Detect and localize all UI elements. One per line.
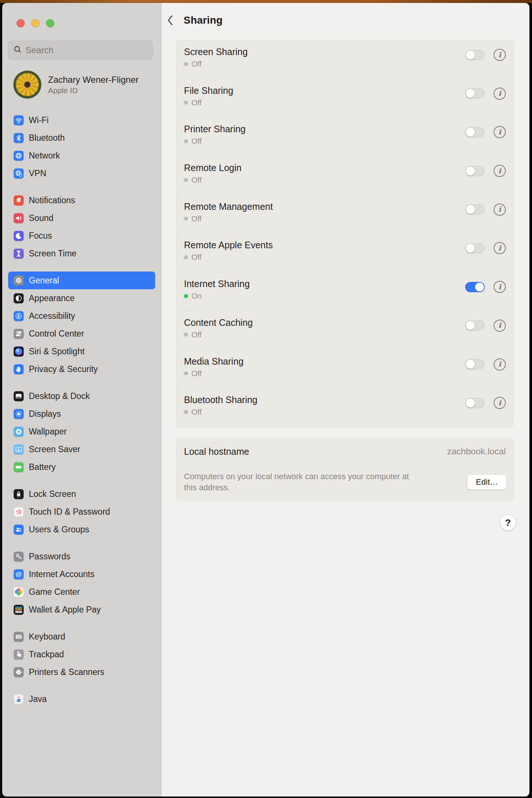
profile-subtitle: Apple ID (48, 85, 139, 95)
sidebar-item-appearance[interactable]: Appearance (8, 289, 155, 307)
info-button-remote-management[interactable]: i (494, 204, 506, 216)
status-dot (184, 216, 188, 221)
sidebar-item-users-groups[interactable]: Users & Groups (8, 521, 155, 538)
status-label: On (191, 291, 202, 300)
globe-icon (14, 151, 24, 161)
sidebar-item-control-center[interactable]: Control Center (8, 325, 155, 342)
sidebar-item-wallet-apple-pay[interactable]: Wallet & Apple Pay (8, 601, 155, 618)
info-button-content-caching[interactable]: i (494, 320, 506, 332)
toggle-file-sharing[interactable] (465, 88, 485, 99)
users-icon (14, 525, 24, 535)
toggle-knob (466, 89, 475, 98)
sharing-row-internet-sharing: Internet SharingOni (177, 272, 513, 311)
minimize-button[interactable] (31, 19, 40, 27)
toggle-remote-management[interactable] (465, 204, 485, 215)
trackpad-icon (14, 649, 24, 659)
search-bar[interactable] (8, 41, 153, 60)
sidebar-item-network[interactable]: Network (8, 147, 155, 164)
toggle-knob (466, 205, 475, 214)
sidebar-item-printers-scanners[interactable]: Printers & Scanners (8, 663, 155, 681)
profile-row[interactable]: Zachary Wener-Fligner Apple ID (13, 70, 155, 99)
close-button[interactable] (17, 19, 25, 27)
toggle-media-sharing[interactable] (465, 359, 485, 369)
sidebar-item-wallpaper[interactable]: Wallpaper (8, 423, 155, 440)
sharing-item-status: Off (184, 59, 248, 68)
sidebar-group: ⚙GeneralAppearanceAccessibilityControl C… (2, 272, 161, 378)
bell-icon (14, 195, 24, 205)
info-button-printer-sharing[interactable]: i (494, 126, 506, 138)
sidebar-item-accessibility[interactable]: Accessibility (8, 307, 155, 325)
info-button-file-sharing[interactable]: i (494, 88, 506, 100)
toggle-content-caching[interactable] (465, 320, 485, 331)
sidebar-item-label: Network (29, 151, 60, 161)
sharing-item-title: Internet Sharing (184, 278, 250, 290)
info-button-remote-login[interactable]: i (494, 165, 506, 177)
info-button-remote-apple-events[interactable]: i (494, 242, 506, 254)
fingerprint-icon (14, 507, 24, 517)
sun-icon (14, 409, 24, 419)
info-icon: i (498, 244, 501, 252)
sidebar-item-label: Focus (29, 231, 52, 241)
sharing-row-controls: i (465, 281, 506, 293)
sidebar-item-screen-saver[interactable]: Screen Saver (8, 440, 155, 458)
sharing-row-controls: i (465, 49, 506, 61)
toggle-remote-login[interactable] (465, 166, 485, 176)
toggle-internet-sharing[interactable] (465, 282, 485, 292)
sidebar-item-wi-fi[interactable]: Wi-Fi (8, 111, 155, 129)
sidebar-nav: Wi-FiBluetoothNetworkVPNNotificationsSou… (2, 111, 161, 717)
sidebar-item-label: Lock Screen (29, 489, 76, 499)
status-dot (184, 255, 188, 259)
sidebar-item-game-center[interactable]: Game Center (8, 583, 155, 601)
sharing-item-title: Screen Sharing (184, 46, 248, 58)
sidebar-group: Wi-FiBluetoothNetworkVPN (2, 111, 161, 182)
sidebar-item-battery[interactable]: Battery (8, 458, 155, 476)
sidebar-item-passwords[interactable]: Passwords (8, 548, 155, 565)
sidebar-item-keyboard[interactable]: Keyboard (8, 628, 155, 645)
zoom-button[interactable] (46, 19, 54, 27)
sidebar-item-java[interactable]: Java (8, 690, 155, 708)
sidebar-item-general[interactable]: ⚙General (8, 272, 155, 289)
sidebar-item-notifications[interactable]: Notifications (8, 191, 155, 209)
info-button-internet-sharing[interactable]: i (494, 281, 506, 293)
toggle-remote-apple-events[interactable] (465, 243, 485, 253)
page-title: Sharing (184, 14, 223, 26)
sidebar-item-touch-id-password[interactable]: Touch ID & Password (8, 503, 155, 521)
sidebar-item-displays[interactable]: Displays (8, 405, 155, 423)
sharing-item-status: Off (184, 407, 258, 416)
sidebar-item-siri-spotlight[interactable]: Siri & Spotlight (8, 342, 155, 360)
sidebar-item-bluetooth[interactable]: Bluetooth (8, 129, 155, 147)
search-input[interactable] (25, 45, 147, 55)
sidebar-item-internet-accounts[interactable]: @Internet Accounts (8, 565, 155, 583)
sidebar-item-vpn[interactable]: VPN (8, 164, 155, 182)
sidebar-item-sound[interactable]: Sound (8, 209, 155, 227)
toggle-screen-sharing[interactable] (465, 50, 485, 60)
info-button-bluetooth-sharing[interactable]: i (494, 397, 506, 409)
sharing-row-printer-sharing: Printer SharingOffi (177, 117, 513, 156)
sidebar-group: Passwords@Internet AccountsGame CenterWa… (2, 548, 161, 618)
help-button[interactable]: ? (500, 515, 516, 531)
sharing-item-title: Remote Apple Events (184, 239, 273, 251)
sidebar-item-lock-screen[interactable]: Lock Screen (8, 485, 155, 503)
sidebar-group: Java (2, 690, 161, 708)
sidebar-item-focus[interactable]: Focus (8, 227, 155, 245)
battery-icon (14, 462, 24, 472)
control-center-icon (14, 329, 24, 339)
sidebar-item-screen-time[interactable]: Screen Time (8, 245, 155, 262)
back-button[interactable] (164, 14, 175, 27)
info-button-media-sharing[interactable]: i (494, 358, 506, 371)
status-label: Off (191, 175, 202, 184)
edit-hostname-button[interactable]: Edit… (467, 475, 507, 490)
sidebar-item-label: Displays (29, 409, 61, 419)
sharing-item-title: Remote Login (184, 162, 242, 174)
sharing-item-title: Printer Sharing (184, 123, 246, 135)
status-dot (184, 332, 188, 337)
moon-icon (14, 231, 24, 241)
sharing-item-title: Bluetooth Sharing (184, 394, 258, 406)
sidebar-item-trackpad[interactable]: Trackpad (8, 645, 155, 663)
lock-icon (14, 489, 24, 499)
sidebar-item-privacy-security[interactable]: Privacy & Security (8, 360, 155, 378)
sidebar-item-desktop-dock[interactable]: Desktop & Dock (8, 387, 155, 405)
toggle-bluetooth-sharing[interactable] (465, 398, 485, 408)
toggle-printer-sharing[interactable] (465, 127, 485, 137)
info-button-screen-sharing[interactable]: i (494, 49, 506, 61)
